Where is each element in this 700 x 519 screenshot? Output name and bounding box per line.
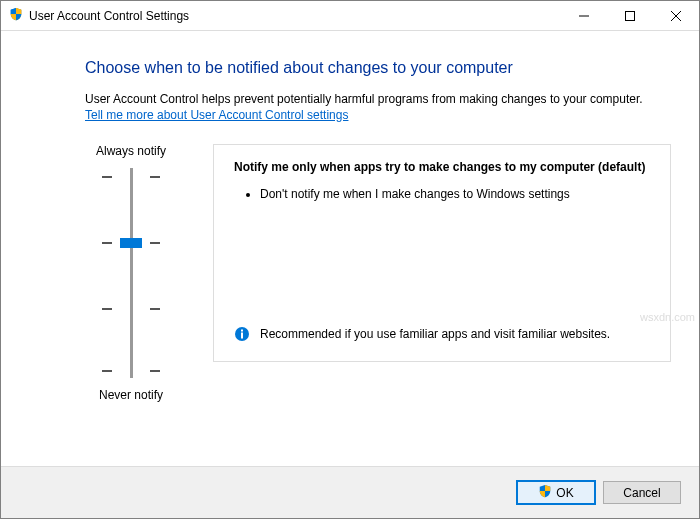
close-button[interactable]: [653, 1, 699, 30]
minimize-button[interactable]: [561, 1, 607, 30]
maximize-button[interactable]: [607, 1, 653, 30]
page-heading: Choose when to be notified about changes…: [85, 59, 671, 77]
slider-thumb[interactable]: [120, 238, 142, 248]
svg-rect-1: [626, 11, 635, 20]
svg-rect-5: [241, 333, 243, 339]
info-title: Notify me only when apps try to make cha…: [234, 159, 650, 176]
info-recommendation: Recommended if you use familiar apps and…: [234, 326, 650, 347]
cancel-button[interactable]: Cancel: [603, 481, 681, 504]
ok-button-label: OK: [556, 486, 573, 500]
svg-rect-6: [241, 330, 243, 332]
info-recommendation-text: Recommended if you use familiar apps and…: [260, 326, 610, 343]
slider-top-label: Always notify: [96, 144, 166, 158]
titlebar: User Account Control Settings: [1, 1, 699, 31]
cancel-button-label: Cancel: [623, 486, 660, 500]
shield-icon: [9, 7, 23, 24]
footer: OK Cancel: [1, 466, 699, 518]
ok-button[interactable]: OK: [517, 481, 595, 504]
window-title: User Account Control Settings: [29, 9, 189, 23]
page-description: User Account Control helps prevent poten…: [85, 91, 671, 108]
info-panel: Notify me only when apps try to make cha…: [213, 144, 671, 362]
info-bullet-item: Don't notify me when I make changes to W…: [260, 186, 650, 203]
slider-bottom-label: Never notify: [99, 388, 163, 402]
info-icon: [234, 326, 250, 347]
slider-track: [130, 168, 133, 378]
window-controls: [561, 1, 699, 30]
notification-slider[interactable]: [102, 168, 160, 378]
content-area: Choose when to be notified about changes…: [1, 31, 699, 466]
slider-column: Always notify Never notify: [85, 144, 177, 402]
uac-settings-window: User Account Control Settings Choose whe…: [0, 0, 700, 519]
learn-more-link[interactable]: Tell me more about User Account Control …: [85, 108, 348, 122]
info-bullets: Don't notify me when I make changes to W…: [234, 186, 650, 209]
slider-area: Always notify Never notify Notify me onl…: [85, 144, 671, 402]
shield-icon: [538, 484, 552, 501]
